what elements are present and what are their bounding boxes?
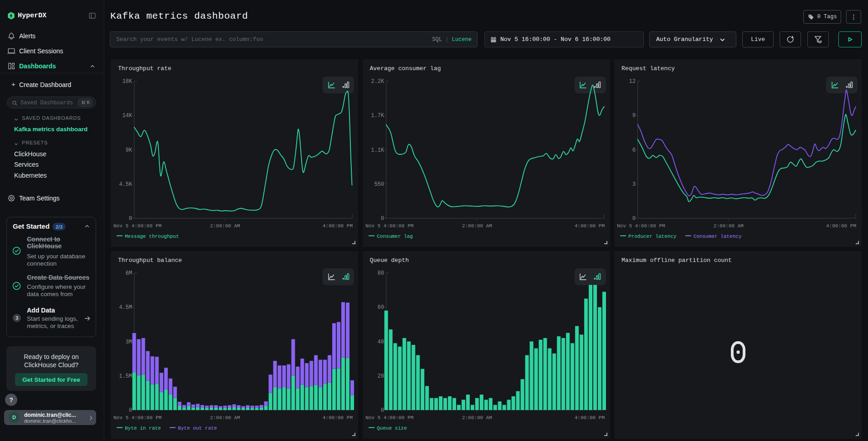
svg-text:4:00:00 PM: 4:00:00 PM: [574, 223, 604, 229]
svg-text:2:00:00 AM: 2:00:00 AM: [210, 415, 240, 420]
svg-text:1.7K: 1.7K: [371, 113, 385, 119]
svg-text:0: 0: [129, 215, 132, 222]
svg-text:3M: 3M: [126, 339, 132, 345]
svg-text:4.5K: 4.5K: [119, 181, 133, 188]
svg-text:4:00:00 PM: 4:00:00 PM: [323, 415, 353, 420]
svg-text:2:00:00 AM: 2:00:00 AM: [462, 223, 492, 229]
svg-text:Nov 5 4:00:00 PM: Nov 5 4:00:00 PM: [365, 223, 414, 229]
svg-text:4:00:00 PM: 4:00:00 PM: [826, 223, 856, 229]
svg-text:20: 20: [377, 373, 384, 379]
svg-text:80: 80: [377, 270, 384, 277]
svg-text:40: 40: [377, 339, 384, 345]
svg-text:2:00:00 AM: 2:00:00 AM: [462, 415, 492, 420]
svg-text:2:00:00 AM: 2:00:00 AM: [714, 223, 744, 229]
svg-text:2:00:00 AM: 2:00:00 AM: [210, 223, 240, 229]
svg-text:Message throughput: Message throughput: [125, 234, 179, 239]
svg-text:18K: 18K: [122, 78, 132, 85]
svg-text:1.1K: 1.1K: [371, 147, 385, 154]
svg-text:60: 60: [377, 304, 384, 311]
svg-text:Producer latency: Producer latency: [628, 234, 677, 239]
svg-text:2.2K: 2.2K: [371, 78, 385, 85]
svg-text:Nov 5 4:00:00 PM: Nov 5 4:00:00 PM: [113, 223, 162, 229]
svg-text:0: 0: [129, 407, 132, 414]
svg-text:Nov 5 4:00:00 PM: Nov 5 4:00:00 PM: [617, 223, 665, 229]
svg-text:4:00:00 PM: 4:00:00 PM: [323, 223, 353, 229]
svg-text:Nov 5 4:00:00 PM: Nov 5 4:00:00 PM: [113, 415, 162, 420]
svg-text:4:00:00 PM: 4:00:00 PM: [574, 415, 604, 420]
svg-text:0: 0: [380, 407, 384, 414]
svg-text:Queue size: Queue size: [377, 426, 407, 431]
svg-text:1.5M: 1.5M: [119, 373, 132, 379]
svg-text:550: 550: [374, 181, 384, 188]
svg-text:Byte out rate: Byte out rate: [178, 426, 217, 431]
svg-text:3: 3: [632, 181, 636, 188]
svg-text:Byte in rate: Byte in rate: [125, 426, 161, 431]
svg-text:0: 0: [632, 215, 636, 222]
svg-text:9: 9: [632, 113, 636, 119]
svg-text:4.5M: 4.5M: [119, 304, 132, 311]
svg-text:6M: 6M: [126, 270, 132, 277]
svg-text:9K: 9K: [126, 147, 133, 154]
svg-text:Nov 5 4:00:00 PM: Nov 5 4:00:00 PM: [365, 415, 414, 420]
svg-text:12: 12: [629, 78, 636, 85]
svg-text:6: 6: [632, 147, 636, 154]
svg-text:Consumer latency: Consumer latency: [693, 234, 742, 239]
svg-text:14K: 14K: [122, 113, 132, 119]
svg-text:0: 0: [380, 215, 384, 222]
svg-text:Consumer lag: Consumer lag: [377, 234, 413, 239]
